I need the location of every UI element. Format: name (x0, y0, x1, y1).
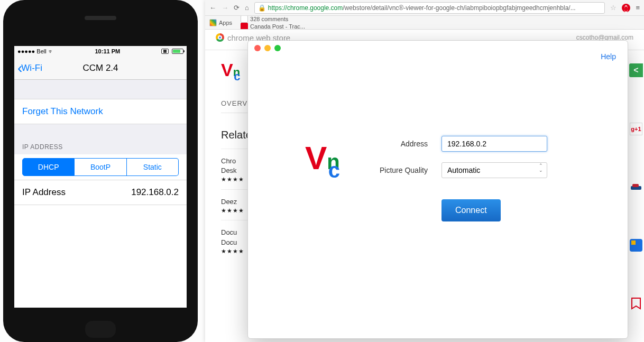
clock: 10:11 PM (95, 48, 121, 54)
picture-quality-select[interactable]: Automatic (441, 162, 547, 178)
section-header-ip: IP ADDRESS (14, 143, 187, 154)
status-right (161, 49, 183, 54)
menu-icon[interactable]: ≡ (636, 4, 640, 12)
back-label: Wi-Fi (21, 63, 42, 73)
bookmark-star-icon[interactable]: ☆ (610, 4, 617, 12)
right-rail: < g+1 (628, 63, 644, 310)
segment-bootp[interactable]: BootP (75, 158, 126, 176)
address-input[interactable] (441, 136, 547, 152)
forget-network-button[interactable]: Forget This Network (14, 99, 187, 124)
home-icon[interactable]: ⌂ (245, 4, 249, 12)
url-scheme: https:// (268, 4, 287, 12)
vnc-form: Address Picture Quality Automatic (301, 136, 596, 178)
opera-extension-icon[interactable] (622, 4, 630, 12)
picture-quality-label: Picture Quality (301, 166, 428, 174)
share-button[interactable]: < (629, 63, 643, 77)
ip-address-label: IP Address (22, 187, 66, 198)
lock-icon: 🔒 (258, 4, 266, 12)
favicon-icon (241, 23, 248, 30)
minimize-window-button[interactable] (264, 45, 271, 51)
carrier-name: Bell (36, 48, 46, 54)
segment-dhcp[interactable]: DHCP (22, 158, 75, 176)
segment-static[interactable]: Static (127, 158, 179, 176)
chrome-icon (216, 33, 224, 42)
url-host: chrome.google.com (287, 4, 343, 12)
chrome-toolbar: ← → ⟳ ⌂ 🔒 https://chrome.google.com/webs… (205, 0, 644, 16)
battery-icon (172, 49, 183, 54)
nav-bar: ‹ Wi-Fi CCM 2.4 (14, 57, 187, 80)
bookmark-item[interactable]: 328 comments (241, 16, 306, 23)
zoom-window-button[interactable] (274, 45, 281, 51)
iphone-screen: ●●●●● Bell ᯤ 10:11 PM ‹ Wi-Fi CCM 2.4 Fo… (14, 46, 187, 308)
app-tile-icon (630, 239, 642, 252)
google-plus-button[interactable]: g+1 (630, 123, 642, 135)
share-icon: < (633, 66, 638, 75)
signal-dots: ●●●●● (17, 48, 35, 54)
wifi-icon: ᯤ (48, 48, 54, 54)
earpiece (85, 16, 116, 20)
carrier-block: ●●●●● Bell ᯤ (17, 48, 54, 54)
nav-title: CCM 2.4 (82, 63, 118, 73)
bookmarks-bar: Apps Shush.se - Watch T...Black people b… (205, 16, 644, 30)
address-label: Address (301, 140, 428, 148)
window-controls (254, 45, 281, 51)
status-bar: ●●●●● Bell ᯤ 10:11 PM (14, 46, 187, 57)
url-path: /webstore/detail/vnc®-viewer-for-google-… (343, 4, 575, 12)
ip-address-value: 192.168.0.2 (131, 187, 179, 198)
home-button[interactable] (85, 321, 116, 338)
favicon-icon (241, 16, 248, 23)
svg-rect-3 (631, 241, 636, 245)
chrome-window: ← → ⟳ ⌂ 🔒 https://chrome.google.com/webs… (205, 0, 644, 342)
car-icon (630, 181, 642, 193)
help-link[interactable]: Help (601, 52, 616, 61)
bookmark-ribbon-icon (630, 297, 642, 310)
back-icon[interactable]: ← (209, 4, 216, 12)
orientation-lock-icon (161, 49, 169, 54)
apps-button[interactable]: Apps (209, 19, 232, 26)
reload-icon[interactable]: ⟳ (234, 4, 240, 12)
vnc-viewer-window: Help Vnc Address Picture Quality Automat… (247, 40, 628, 339)
forward-icon[interactable]: → (222, 4, 228, 12)
back-button[interactable]: ‹ Wi-Fi (17, 61, 42, 76)
address-bar[interactable]: 🔒 https://chrome.google.com/webstore/det… (254, 2, 605, 14)
apps-icon (209, 19, 217, 26)
iphone-device: ●●●●● Bell ᯤ 10:11 PM ‹ Wi-Fi CCM 2.4 Fo… (3, 0, 198, 342)
bookmark-item[interactable]: Canada Post - Trac... (241, 23, 306, 30)
ip-address-row[interactable]: IP Address 192.168.0.2 (14, 180, 187, 205)
close-window-button[interactable] (254, 45, 261, 51)
vnc-logo-small: Vnc (221, 60, 246, 80)
svg-rect-1 (632, 184, 639, 187)
ip-mode-segmented: DHCPBootPStatic (14, 154, 187, 180)
connect-button[interactable]: Connect (441, 199, 501, 221)
